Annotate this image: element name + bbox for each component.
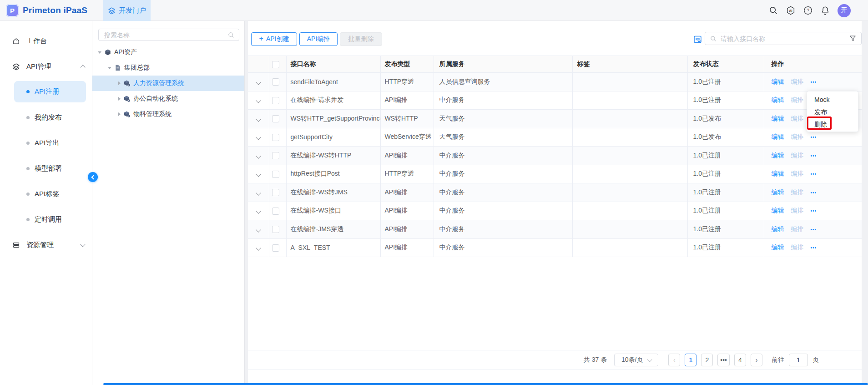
orchestrate-link[interactable]: 编排 <box>791 78 804 85</box>
orchestrate-link[interactable]: 编排 <box>791 243 804 251</box>
select-all-checkbox[interactable] <box>272 61 279 68</box>
table-row[interactable]: 在线编排-请求并发 API编排 中介服务 1.0已注册 编辑编排••• <box>248 91 862 110</box>
edit-link[interactable]: 编辑 <box>772 225 784 233</box>
page-number-button[interactable]: ••• <box>717 354 730 366</box>
edit-link[interactable]: 编辑 <box>772 152 784 159</box>
prev-page-button[interactable]: ‹ <box>668 354 680 366</box>
tree-search-input[interactable] <box>99 31 227 39</box>
orchestrate-link[interactable]: 编排 <box>791 96 804 103</box>
sidebar-subitem[interactable]: API注册 <box>14 81 86 102</box>
sidebar-subitem[interactable]: 模型部署 <box>0 156 92 181</box>
tree-collapse-button[interactable] <box>88 172 98 182</box>
more-actions-button[interactable]: ••• <box>811 80 817 85</box>
advanced-search-icon[interactable] <box>693 35 702 44</box>
caret-down-icon[interactable] <box>108 67 111 69</box>
page-number-button[interactable]: 2 <box>701 354 713 366</box>
table-row[interactable]: sendFileToAgent HTTP穿透 人员信息查询服务 1.0已注册 编… <box>248 73 862 91</box>
edit-link[interactable]: 编辑 <box>772 170 784 177</box>
sidebar-subitem[interactable]: 我的发布 <box>0 105 92 130</box>
sidebar-subitem[interactable]: 定时调用 <box>0 207 92 232</box>
row-checkbox[interactable] <box>272 226 279 233</box>
row-checkbox[interactable] <box>272 78 279 86</box>
ai-assistant-icon[interactable]: AI <box>786 5 796 15</box>
orchestrate-link[interactable]: 编排 <box>791 152 804 159</box>
table-row[interactable]: getSupportCity WebService穿透 天气服务 1.0已发布 … <box>248 128 862 147</box>
edit-link[interactable]: 编辑 <box>772 188 784 196</box>
row-expand-chevron[interactable] <box>256 98 261 103</box>
row-checkbox[interactable] <box>272 208 279 215</box>
orchestrate-link[interactable]: 编排 <box>791 133 804 140</box>
notification-bell-icon[interactable] <box>820 5 830 15</box>
more-actions-button[interactable]: ••• <box>811 135 817 140</box>
more-actions-button[interactable]: ••• <box>811 208 817 213</box>
page-size-select[interactable]: 10条/页 <box>614 354 658 366</box>
horizontal-scrollbar[interactable] <box>103 383 868 385</box>
row-expand-chevron[interactable] <box>256 227 261 232</box>
sidebar-item-api-management[interactable]: API管理 <box>0 54 92 79</box>
orchestrate-link[interactable]: 编排 <box>791 225 804 233</box>
table-row[interactable]: 在线编排-WS转HTTP API编排 中介服务 1.0已注册 编辑编排••• <box>248 147 862 165</box>
row-checkbox[interactable] <box>272 171 279 178</box>
row-checkbox[interactable] <box>272 152 279 159</box>
row-checkbox[interactable] <box>272 244 279 252</box>
user-avatar[interactable]: 开 <box>838 4 851 17</box>
sidebar-subitem[interactable]: API导出 <box>0 130 92 156</box>
tree-node-system[interactable]: 物料管理系统 <box>92 106 244 122</box>
edit-link[interactable]: 编辑 <box>772 78 784 85</box>
row-checkbox[interactable] <box>272 189 279 196</box>
orchestrate-link[interactable]: 编排 <box>791 188 804 196</box>
row-expand-chevron[interactable] <box>256 80 261 85</box>
dropdown-menu-item[interactable]: 发布 <box>807 106 858 118</box>
row-expand-chevron[interactable] <box>256 209 261 214</box>
caret-right-icon[interactable] <box>118 81 121 85</box>
caret-right-icon[interactable] <box>118 97 121 101</box>
page-number-button[interactable]: 1 <box>685 354 696 366</box>
table-row[interactable]: 在线编排-JMS穿透 API编排 中介服务 1.0已注册 编辑编排••• <box>248 220 862 239</box>
row-checkbox[interactable] <box>272 97 279 104</box>
table-row[interactable]: A_SXL_TEST API编排 中介服务 1.0已注册 编辑编排••• <box>248 238 862 257</box>
edit-link[interactable]: 编辑 <box>772 207 784 214</box>
row-expand-chevron[interactable] <box>256 135 261 140</box>
dropdown-menu-item[interactable]: Mock <box>807 94 858 106</box>
more-actions-button[interactable]: ••• <box>811 190 817 195</box>
table-row[interactable]: httpRest接口Post HTTP穿透 中介服务 1.0已注册 编辑编排••… <box>248 165 862 183</box>
row-expand-chevron[interactable] <box>256 190 261 195</box>
more-actions-button[interactable]: ••• <box>811 172 817 177</box>
api-search-input[interactable] <box>721 35 849 42</box>
row-expand-chevron[interactable] <box>256 117 261 122</box>
row-expand-chevron[interactable] <box>256 172 261 177</box>
goto-page-input[interactable] <box>789 354 808 366</box>
caret-down-icon[interactable] <box>98 51 101 54</box>
search-icon[interactable] <box>227 31 235 39</box>
edit-link[interactable]: 编辑 <box>772 133 784 140</box>
row-checkbox[interactable] <box>272 134 279 141</box>
orchestrate-link[interactable]: 编排 <box>791 170 804 177</box>
table-row[interactable]: 在线编排-WS转JMS API编排 中介服务 1.0已注册 编辑编排••• <box>248 183 862 202</box>
more-actions-button[interactable]: ••• <box>811 227 817 232</box>
api-create-button[interactable]: + API创建 <box>251 32 297 46</box>
batch-delete-button[interactable]: 批量删除 <box>340 32 382 46</box>
table-row[interactable]: WS转HTTP_getSupportProvince WS转HTTP 天气服务 … <box>248 110 862 128</box>
sidebar-subitem[interactable]: API标签 <box>0 181 92 207</box>
table-row[interactable]: 在线编排-WS接口 API编排 中介服务 1.0已注册 编辑编排••• <box>248 202 862 220</box>
filter-funnel-icon[interactable] <box>849 35 857 42</box>
page-number-button[interactable]: 4 <box>734 354 746 366</box>
tab-dev-portal[interactable]: 开发门户 <box>103 0 151 21</box>
tree-node-system[interactable]: 人力资源管理系统 <box>92 76 244 91</box>
tree-node-system[interactable]: 办公自动化系统 <box>92 91 244 106</box>
next-page-button[interactable]: › <box>751 354 762 366</box>
sidebar-item-workbench[interactable]: 工作台 <box>0 28 92 54</box>
sidebar-item-resource-management[interactable]: 资源管理 <box>0 232 92 258</box>
tree-node-api-assets[interactable]: API资产 <box>92 45 244 60</box>
more-actions-button[interactable]: ••• <box>811 245 817 250</box>
edit-link[interactable]: 编辑 <box>772 115 784 122</box>
search-icon[interactable] <box>768 5 778 15</box>
orchestrate-link[interactable]: 编排 <box>791 207 804 214</box>
tree-node-group-hq[interactable]: 集团总部 <box>92 60 244 76</box>
edit-link[interactable]: 编辑 <box>772 243 784 251</box>
row-expand-chevron[interactable] <box>256 153 261 158</box>
dropdown-menu-item[interactable]: 删除 <box>807 118 858 131</box>
row-checkbox[interactable] <box>272 115 279 122</box>
more-actions-button[interactable]: ••• <box>811 153 817 158</box>
row-expand-chevron[interactable] <box>256 246 261 251</box>
